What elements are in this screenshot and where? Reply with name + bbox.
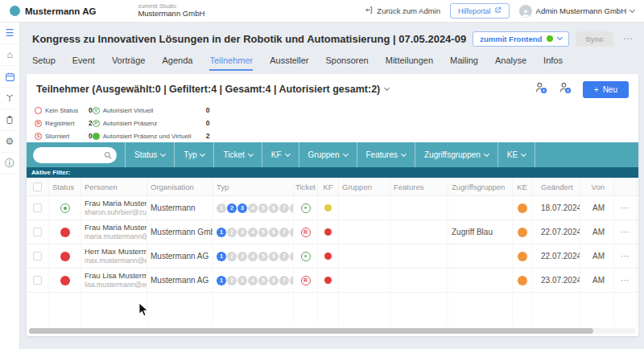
account-menu[interactable]: Admin Mustermann GmbH <box>519 5 634 18</box>
search-box[interactable] <box>33 147 117 163</box>
filter-dropdown-ke[interactable]: KE <box>497 142 535 167</box>
col-header-Personen[interactable]: Personen <box>81 178 147 195</box>
status-legend: Kein Status0RRegistriert2SStorniert0VAut… <box>35 105 209 142</box>
col-header-Features[interactable]: Features <box>390 178 448 195</box>
cell-organisation: Mustermann AG <box>147 269 213 292</box>
row-checkbox[interactable] <box>33 252 42 261</box>
sidebar: ☰⌂⚙ⓘ <box>0 23 20 349</box>
col-header-Gruppen[interactable]: Gruppen <box>339 178 390 195</box>
brand: Mustermann AG <box>10 6 96 16</box>
sidebar-item-settings[interactable]: ⚙ <box>0 131 19 153</box>
horizontal-scrollbar-track[interactable] <box>29 328 636 334</box>
cell-typ: 12345678 <box>213 196 294 220</box>
participant-import-icon[interactable] <box>535 81 547 97</box>
tab-mitteilungen[interactable]: Mitteilungen <box>386 55 433 71</box>
cell-personen: Frau Lisa Mustermannlisa.mustermann@ema <box>81 269 147 292</box>
sidebar-item-calendar[interactable] <box>0 66 19 88</box>
sidebar-item-menu[interactable]: ☰ <box>0 23 19 44</box>
sidebar-item-info[interactable]: ⓘ <box>0 153 19 174</box>
typ-circle-6: 6 <box>269 228 279 237</box>
sidebar-item-home[interactable]: ⌂ <box>0 44 19 66</box>
filter-dropdown-features[interactable]: Features <box>357 142 415 167</box>
col-header-blank-13[interactable] <box>614 178 637 195</box>
tab-analyse[interactable]: Analyse <box>495 55 526 71</box>
chevron-down-icon[interactable] <box>384 85 390 91</box>
row-more-button[interactable]: ⋯ <box>621 203 630 213</box>
cell-zugriffsgruppen <box>448 196 513 220</box>
tab-infos[interactable]: Infos <box>543 55 563 71</box>
cell-ke <box>513 244 532 268</box>
table-row[interactable]: Frau Maria Mustermannsharon.suhrbier@zum… <box>27 196 638 220</box>
filter-dropdown-typ[interactable]: Typ <box>174 142 213 167</box>
cell-status <box>49 269 81 292</box>
tab-agenda[interactable]: Agenda <box>162 55 192 71</box>
person-cell: Herr Max Mustermannmax.mustermann@em <box>85 247 147 265</box>
col-header-KE[interactable]: KE <box>513 178 532 195</box>
typ-circle-5: 5 <box>258 228 268 237</box>
col-header-Organisation[interactable]: Organisation <box>147 178 213 195</box>
active-filter-bar: Aktive Filter: <box>27 167 638 178</box>
tab-vorträge[interactable]: Vorträge <box>112 55 146 71</box>
select-all-checkbox[interactable] <box>33 183 42 191</box>
tab-sponsoren[interactable]: Sponsoren <box>326 55 369 71</box>
col-header-Zugriffsgruppen[interactable]: Zugriffsgruppen <box>448 178 513 195</box>
cell-organisation: Mustermann <box>147 196 213 220</box>
help-portal-button[interactable]: Hilfeportal <box>450 3 510 18</box>
filter-dropdown-ticket[interactable]: Ticket <box>213 142 261 167</box>
kf-status-icon <box>324 228 332 236</box>
filter-dropdown-kf[interactable]: KF <box>262 142 299 167</box>
row-checkbox[interactable] <box>33 228 42 236</box>
new-participant-button[interactable]: + Neu <box>583 81 629 98</box>
event-title: Kongress zu Innovativen Lösungen in der … <box>32 33 466 45</box>
empty-cell <box>81 293 147 326</box>
search-input[interactable] <box>40 151 101 159</box>
filter-buttons: StatusTypTicketKFGruppenFeaturesZugriffs… <box>125 142 535 167</box>
sync-button[interactable]: Sync <box>576 31 613 47</box>
typ-circle-7: 7 <box>279 252 289 261</box>
filter-dropdown-zugriffsgruppen[interactable]: Zugriffsgruppen <box>415 142 497 167</box>
row-more-button[interactable]: ⋯ <box>621 275 630 285</box>
table-row[interactable]: Frau Lisa Mustermannlisa.mustermann@emaM… <box>27 269 638 293</box>
col-header-blank-0[interactable] <box>27 178 49 195</box>
sidebar-item-sessions[interactable] <box>0 88 19 109</box>
row-more-button[interactable]: ⋯ <box>621 251 630 261</box>
back-to-admin-button[interactable]: Zurück zum Admin <box>365 6 440 16</box>
legend-label: Autorisiert Präsenz und Virtuell <box>103 133 203 140</box>
chevron-down-icon <box>484 150 489 156</box>
col-header-Typ[interactable]: Typ <box>213 178 294 195</box>
col-header-KF[interactable]: KF <box>318 178 339 195</box>
row-more-button[interactable]: ⋯ <box>621 227 630 237</box>
tab-setup[interactable]: Setup <box>32 55 56 71</box>
filter-dropdown-gruppen[interactable]: Gruppen <box>299 142 357 167</box>
typ-circle-4: 4 <box>248 203 258 213</box>
row-checkbox[interactable] <box>33 203 42 212</box>
participants-title: Teilnehmer (Ausgewählt:0 | Gefiltert:4 |… <box>36 84 380 95</box>
cell-ticket: + <box>294 196 318 220</box>
horizontal-scrollbar-thumb[interactable] <box>29 328 593 334</box>
col-header-Geändert[interactable]: Geändert <box>532 178 580 195</box>
tab-mailing[interactable]: Mailing <box>450 55 478 71</box>
sidebar-item-clipboard[interactable] <box>0 109 19 131</box>
tab-aussteller[interactable]: Aussteller <box>270 55 308 71</box>
person-name: Herr Max Mustermann <box>85 247 147 257</box>
col-header-Ticket[interactable]: Ticket <box>294 178 318 195</box>
col-header-Von[interactable]: Von <box>580 178 614 195</box>
tab-teilnehmer[interactable]: Teilnehmer <box>209 55 253 71</box>
filter-bar: StatusTypTicketKFGruppenFeaturesZugriffs… <box>27 142 638 167</box>
menu-icon: ☰ <box>6 27 14 39</box>
filter-dropdown-status[interactable]: Status <box>125 142 174 167</box>
event-more-button[interactable]: ⋯ <box>620 33 636 44</box>
table-row[interactable]: Herr Max Mustermannmax.mustermann@emMust… <box>27 244 638 269</box>
row-checkbox[interactable] <box>33 276 42 285</box>
table-row[interactable]: Frau Maria Mustermannmaria.mustermann@em… <box>27 220 638 244</box>
cell-kf <box>318 196 339 220</box>
tab-event[interactable]: Event <box>72 55 95 71</box>
participant-export-icon[interactable] <box>559 81 572 97</box>
studio-org: Mustermann GmbH <box>138 10 204 18</box>
person-email: maria.mustermann@em <box>85 232 147 241</box>
frontend-button[interactable]: zummit Frontend <box>473 31 569 47</box>
empty-cell <box>213 293 294 326</box>
person-cell: Frau Maria Mustermannmaria.mustermann@em <box>85 223 147 241</box>
frontend-label: zummit Frontend <box>480 35 542 43</box>
col-header-Status[interactable]: Status <box>49 178 81 195</box>
